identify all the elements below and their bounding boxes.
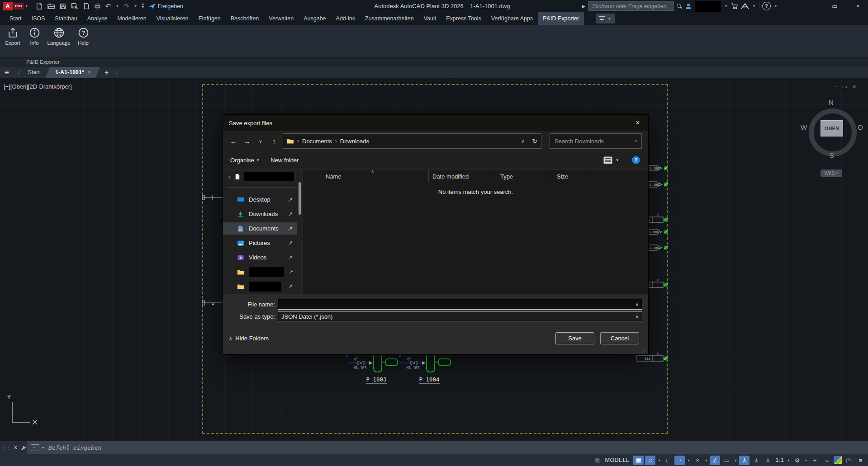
annotation-scale-button[interactable]: 1:1	[775, 457, 784, 463]
snap-mode-caret-icon[interactable]: ▾	[657, 458, 661, 462]
refresh-icon[interactable]: ↻	[532, 137, 537, 145]
wcs-menu[interactable]: WKS ∨	[821, 169, 842, 177]
annotation-scale-sync-toggle[interactable]: ⅄	[763, 456, 773, 465]
file-list[interactable]: ∧ Name Date modified Type Size No items …	[303, 169, 648, 294]
viewport-restore-icon[interactable]: ▭	[842, 84, 847, 90]
view-mode-caret-icon[interactable]: ▾	[616, 158, 618, 162]
batch-plot-button[interactable]	[82, 2, 90, 10]
nav-forward-button[interactable]: →	[240, 137, 254, 145]
ribbon-tab-ausgabe[interactable]: Ausgabe	[299, 12, 331, 25]
save-button[interactable]	[59, 3, 66, 10]
pin-icon[interactable]	[289, 269, 293, 275]
sidebar-item-folder[interactable]	[223, 280, 297, 292]
compass-south-label[interactable]: S	[830, 151, 834, 159]
file-tab-menu-icon[interactable]: ≡	[5, 68, 9, 77]
sidebar-item-downloads[interactable]: Downloads	[223, 208, 297, 220]
pin-icon[interactable]	[288, 226, 293, 231]
sidebar-item-documents[interactable]: Documents	[223, 222, 297, 235]
view-compass[interactable]: N W O S OBEN	[803, 99, 859, 157]
ribbon-tab-start[interactable]: Start	[5, 12, 26, 25]
file-name-input[interactable]: ∨	[278, 299, 642, 310]
open-file-button[interactable]	[47, 3, 55, 10]
dialog-help-button[interactable]: ?	[632, 156, 640, 164]
new-drawing-tab-button[interactable]: +	[104, 69, 109, 77]
account-caret-icon[interactable]: ▾	[725, 4, 727, 8]
dialog-close-button[interactable]: ×	[627, 119, 648, 127]
command-close-icon[interactable]: ×	[14, 444, 17, 451]
save-as-button[interactable]	[71, 2, 78, 10]
sidebar-scrollbar[interactable]	[299, 182, 301, 215]
info-button[interactable]: Info	[24, 25, 44, 46]
command-prompt-icon[interactable]: >_	[31, 444, 39, 451]
viewport-close-icon[interactable]: ×	[853, 84, 856, 90]
share-button[interactable]: Freigeben	[148, 3, 183, 9]
dynamic-input-toggle[interactable]: ∠	[710, 456, 720, 465]
help-search-box[interactable]	[588, 1, 674, 11]
polar-tracking-caret-icon[interactable]: ▾	[686, 458, 691, 462]
ribbon-tab-zusammenarbeiten[interactable]: Zusammenarbeiten	[360, 12, 419, 25]
column-header-date-modified[interactable]: Date modified	[428, 170, 495, 182]
column-header-type[interactable]: Type	[495, 170, 552, 182]
ribbon-tab-stahlbau[interactable]: Stahlbau	[50, 12, 82, 25]
help-search-input[interactable]	[591, 3, 671, 10]
polar-tracking-toggle[interactable]: ◔	[674, 456, 685, 465]
model-space-button[interactable]: MODELL	[605, 457, 630, 463]
annotation-scale-caret-icon[interactable]: ▾	[786, 458, 791, 462]
redo-caret-icon[interactable]: ▾	[135, 4, 137, 8]
restore-button[interactable]: ▭	[825, 0, 845, 12]
dialog-search-box[interactable]	[550, 133, 642, 149]
ucs-icon[interactable]: Y	[7, 394, 37, 424]
address-bar[interactable]: › Documents › Downloads ∨ ↻	[283, 133, 541, 149]
ribbon-tab-pid-exporter[interactable]: P&ID Exporter	[538, 12, 584, 25]
ribbon-display-toggle[interactable]: ▾	[596, 14, 615, 24]
ribbon-tab-visualisieren[interactable]: Visualisieren	[152, 12, 194, 25]
ribbon-tab-einfuegen[interactable]: Einfügen	[193, 12, 225, 25]
undo-button[interactable]: ↶	[105, 2, 111, 10]
expand-chevron-icon[interactable]: ›	[228, 174, 230, 180]
breadcrumb-documents[interactable]: Documents	[302, 138, 332, 145]
ribbon-tab-analyse[interactable]: Analyse	[82, 12, 112, 25]
file-name-caret-icon[interactable]: ∨	[636, 302, 639, 307]
autodesk-caret-icon[interactable]: ▾	[753, 4, 755, 8]
new-folder-button[interactable]: New folder	[270, 157, 299, 164]
search-collapse-icon[interactable]: ▶	[582, 4, 585, 9]
drag-handle-icon[interactable]: ⋮⋮	[2, 445, 10, 451]
annotation-autoscale-toggle[interactable]: ⅄	[751, 456, 761, 465]
ribbon-tab-modellieren[interactable]: Modellieren	[112, 12, 152, 25]
help-icon[interactable]: ?	[762, 2, 771, 10]
search-icon[interactable]	[677, 4, 682, 9]
column-header-name[interactable]: Name	[303, 170, 428, 182]
dialog-search-input[interactable]	[554, 137, 635, 145]
workspace-switching-button[interactable]: ⚙	[792, 456, 802, 465]
pin-icon[interactable]	[288, 197, 293, 202]
grid-display-toggle[interactable]: ▦	[633, 456, 644, 465]
wrench-icon[interactable]	[20, 444, 27, 451]
isolate-objects-button[interactable]: ▫▵	[821, 456, 832, 465]
breadcrumb-downloads[interactable]: Downloads	[340, 138, 369, 145]
ribbon-tab-add-ins[interactable]: Add-ins	[331, 12, 360, 25]
graphics-performance-button[interactable]	[833, 456, 842, 465]
column-header-size[interactable]: Size	[552, 170, 585, 182]
workspace-caret-icon[interactable]: ▾	[804, 458, 808, 462]
minimize-button[interactable]: −	[802, 0, 822, 12]
clean-screen-button[interactable]: ◳	[844, 456, 854, 465]
print-button[interactable]	[94, 3, 101, 10]
new-file-button[interactable]	[35, 2, 43, 10]
language-button[interactable]: Language	[46, 25, 71, 46]
save-button[interactable]: Save	[555, 332, 594, 344]
save-as-type-caret-icon[interactable]: ∨	[636, 314, 639, 319]
compass-north-label[interactable]: N	[829, 99, 834, 106]
nav-back-button[interactable]: ←	[227, 137, 240, 145]
help-button[interactable]: ? Help	[73, 25, 93, 46]
organise-button[interactable]: Organise ▾	[230, 157, 259, 164]
autodesk-logo-icon[interactable]	[741, 3, 749, 9]
pin-icon[interactable]	[288, 284, 293, 289]
command-input[interactable]: >_ ▾ Befehl eingeben	[27, 441, 868, 454]
save-as-type-select[interactable]: JSON Datei (*.json) ∨	[278, 311, 642, 321]
dialog-title-bar[interactable]: Save export files ×	[223, 115, 648, 131]
ribbon-tab-beschriften[interactable]: Beschriften	[226, 12, 264, 25]
help-caret-icon[interactable]: ▾	[775, 4, 777, 8]
command-caret-icon[interactable]: ▾	[42, 446, 44, 450]
nav-recent-button[interactable]: ∨	[254, 139, 267, 144]
pin-icon[interactable]	[288, 212, 293, 217]
